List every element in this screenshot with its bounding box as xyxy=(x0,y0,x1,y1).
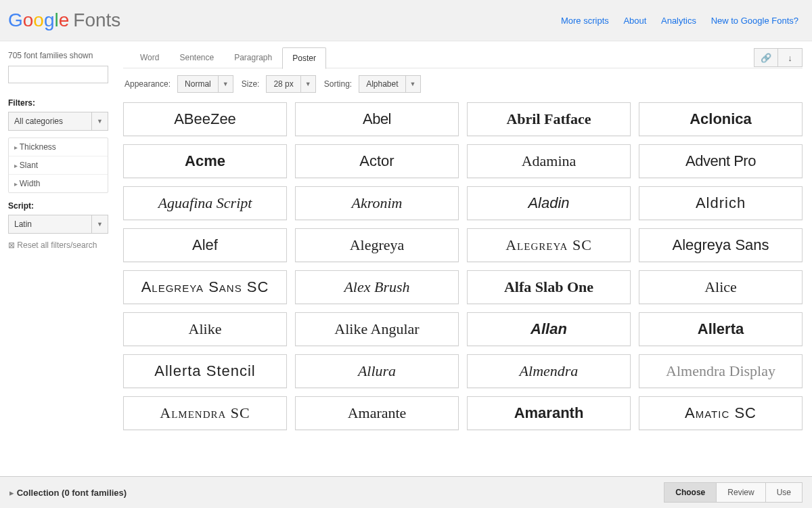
sidebar: 705 font families shown Filters: All cat… xyxy=(0,41,116,471)
filter-thickness[interactable]: Thickness xyxy=(9,138,108,156)
sorting-dropdown[interactable]: Alphabet ▼ xyxy=(359,75,420,93)
chevron-down-icon: ▼ xyxy=(301,75,316,93)
nav-links: More scripts About Analytics New to Goog… xyxy=(549,16,798,26)
link-new[interactable]: New to Google Fonts? xyxy=(711,16,798,26)
search-input[interactable] xyxy=(8,66,108,83)
filter-slant[interactable]: Slant xyxy=(9,156,108,175)
reset-filters[interactable]: Reset all filters/search xyxy=(8,240,108,250)
appearance-dropdown[interactable]: Normal ▼ xyxy=(177,75,233,93)
controls-bar: Appearance: Normal ▼ Size: 28 px ▼ Sorti… xyxy=(123,68,803,102)
link-analytics[interactable]: Analytics xyxy=(661,16,696,26)
font-card[interactable]: Alfa Slab One xyxy=(467,270,631,304)
family-count: 705 font families shown xyxy=(8,51,108,60)
font-card[interactable]: Alegreya xyxy=(295,228,459,262)
font-card[interactable]: Almendra Display xyxy=(639,354,803,388)
chevron-down-icon: ▼ xyxy=(92,112,108,131)
font-card[interactable]: Alex Brush xyxy=(295,270,459,304)
link-about[interactable]: About xyxy=(623,16,646,26)
font-card[interactable]: Allerta xyxy=(639,312,803,346)
chevron-down-icon: ▼ xyxy=(219,75,233,93)
filters-label: Filters: xyxy=(8,98,108,108)
script-dropdown[interactable]: Latin ▼ xyxy=(8,215,108,234)
logo[interactable]: Google Fonts xyxy=(8,9,120,31)
font-card[interactable]: Advent Pro xyxy=(639,144,803,178)
tab-poster[interactable]: Poster xyxy=(282,47,326,69)
link-more-scripts[interactable]: More scripts xyxy=(561,16,609,26)
appearance-label: Appearance: xyxy=(125,79,171,89)
font-card[interactable]: Alike Angular xyxy=(295,312,459,346)
filter-width[interactable]: Width xyxy=(9,175,108,192)
logo-suffix: Fonts xyxy=(73,9,120,31)
download-icon[interactable]: ↓ xyxy=(778,48,803,67)
font-card[interactable]: Aclonica xyxy=(639,102,803,136)
font-card[interactable]: Alice xyxy=(639,270,803,304)
font-card[interactable]: Alegreya Sans xyxy=(639,228,803,262)
script-value: Latin xyxy=(8,215,92,234)
font-card[interactable]: Allan xyxy=(467,312,631,346)
category-value: All categories xyxy=(8,112,92,131)
font-card[interactable]: Alegreya SC xyxy=(467,228,631,262)
font-card[interactable]: Amarante xyxy=(295,396,459,430)
tab-sentence[interactable]: Sentence xyxy=(169,47,224,68)
font-grid: ABeeZeeAbelAbril FatfaceAclonicaAcmeActo… xyxy=(123,102,803,471)
font-card[interactable]: Aldrich xyxy=(639,186,803,220)
filter-list: Thickness Slant Width xyxy=(8,137,108,193)
font-card[interactable]: Aladin xyxy=(467,186,631,220)
font-card[interactable]: ABeeZee xyxy=(123,102,287,136)
script-label: Script: xyxy=(8,201,108,211)
font-card[interactable]: Almendra xyxy=(467,354,631,388)
font-card[interactable]: Acme xyxy=(123,144,287,178)
font-card[interactable]: Alegreya Sans SC xyxy=(123,270,287,304)
font-card[interactable]: Abril Fatface xyxy=(467,102,631,136)
chevron-down-icon: ▼ xyxy=(92,215,108,234)
toolbar-icons: 🔗 ↓ xyxy=(754,48,803,67)
font-card[interactable]: Alike xyxy=(123,312,287,346)
main: WordSentenceParagraphPoster 🔗 ↓ Appearan… xyxy=(116,41,812,471)
font-card[interactable]: Almendra SC xyxy=(123,396,287,430)
font-card[interactable]: Amaranth xyxy=(467,396,631,430)
font-card[interactable]: Alef xyxy=(123,228,287,262)
link-icon[interactable]: 🔗 xyxy=(754,48,778,67)
category-dropdown[interactable]: All categories ▼ xyxy=(8,112,108,131)
font-card[interactable]: Abel xyxy=(295,102,459,136)
font-card[interactable]: Allerta Stencil xyxy=(123,354,287,388)
sorting-label: Sorting: xyxy=(324,79,352,89)
font-card[interactable]: Amatic SC xyxy=(639,396,803,430)
size-label: Size: xyxy=(242,79,260,89)
size-dropdown[interactable]: 28 px ▼ xyxy=(266,75,315,93)
font-card[interactable]: Allura xyxy=(295,354,459,388)
tab-paragraph[interactable]: Paragraph xyxy=(224,47,282,68)
font-card[interactable]: Akronim xyxy=(295,186,459,220)
tab-word[interactable]: Word xyxy=(130,47,169,68)
font-card[interactable]: Actor xyxy=(295,144,459,178)
header: Google Fonts More scripts About Analytic… xyxy=(0,0,812,41)
font-card[interactable]: Aguafina Script xyxy=(123,186,287,220)
font-card[interactable]: Adamina xyxy=(467,144,631,178)
view-tabs: WordSentenceParagraphPoster xyxy=(130,47,326,68)
chevron-down-icon: ▼ xyxy=(406,75,421,93)
